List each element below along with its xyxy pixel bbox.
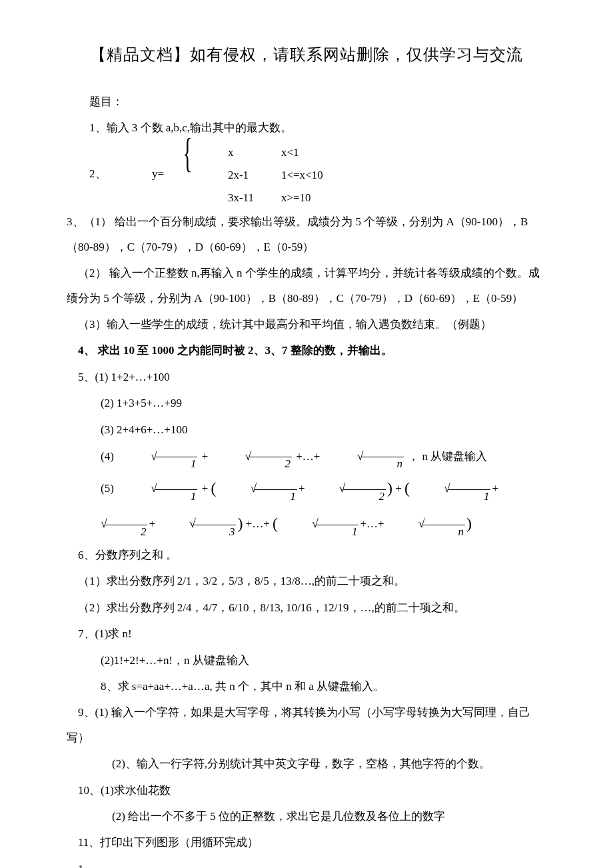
q5-5-prefix: (5) bbox=[101, 482, 117, 495]
q5-4-prefix: (4) bbox=[101, 450, 117, 463]
q5-4-math: √1 + √2 +…+ √n bbox=[117, 450, 408, 463]
q2-label: 2、 bbox=[67, 141, 89, 186]
case-expr: 2x-1 bbox=[205, 164, 259, 187]
q5-5-math: √1 + (√1+√2) + (√1+√2+√3) +…+ (√1+…+√n) bbox=[67, 482, 498, 530]
question-5-2: (2) 1+3+5+…+99 bbox=[67, 391, 546, 415]
case-expr: x bbox=[205, 141, 259, 164]
case-expr: 3x-11 bbox=[205, 187, 259, 209]
question-5-1: 5、(1) 1+2+…+100 bbox=[67, 365, 546, 389]
question-6-2: （2）求出分数序列 2/4，4/7，6/10，8/13, 10/16，12/19… bbox=[67, 595, 546, 620]
question-7-2: (2)1!+2!+…+n!，n 从键盘输入 bbox=[67, 648, 546, 673]
question-5-5: (5) √1 + (√1+√2) + (√1+√2+√3) +…+ (√1+…+… bbox=[67, 471, 546, 541]
doc-header: 【精品文档】如有侵权，请联系网站删除，仅供学习与交流 bbox=[67, 40, 546, 71]
section-title: 题目： bbox=[67, 89, 546, 114]
question-6: 6、分数序列之和 。 bbox=[67, 543, 546, 567]
document-body: 题目： 1、输入 3 个数 a,b,c,输出其中的最大数。 2、 y= { x … bbox=[67, 89, 546, 868]
question-9-1: 9、(1) 输入一个字符，如果是大写字母，将其转换为小写（小写字母转换为大写同理… bbox=[67, 700, 546, 750]
brace-icon: { bbox=[172, 135, 193, 172]
case-cond: 1<=x<10 bbox=[259, 164, 338, 187]
case-cond: x>=10 bbox=[259, 187, 338, 209]
question-4: 4、 求出 10 至 1000 之内能同时被 2、3、7 整除的数，并输出。 bbox=[67, 338, 546, 363]
question-5-3: (3) 2+4+6+…+100 bbox=[67, 417, 546, 442]
question-9-2: (2)、输入一行字符,分别统计其中英文字母，数字，空格，其他字符的个数。 bbox=[67, 751, 546, 776]
question-3-3: （3）输入一些学生的成绩，统计其中最高分和平均值，输入遇负数结束。（例题） bbox=[67, 312, 546, 337]
question-10-2: (2) 给出一个不多于 5 位的正整数，求出它是几位数及各位上的数字 bbox=[67, 804, 546, 829]
question-5-4: (4) √1 + √2 +…+ √n ， n 从键盘输入 bbox=[67, 443, 546, 470]
question-2: 2、 y= { x x<1 2x-1 1<=x<10 3x-11 x>=10 bbox=[67, 141, 546, 209]
question-8: 8、求 s=a+aa+…+a…a, 共 n 个，其中 n 和 a 从键盘输入。 bbox=[67, 674, 546, 699]
q5-4-suffix: ， n 从键盘输入 bbox=[408, 450, 487, 463]
question-3-1: 3、（1） 给出一个百分制成绩，要求输出等级。成绩分为 5 个等级，分别为 A（… bbox=[67, 209, 546, 259]
question-3-2: （2） 输入一个正整数 n,再输入 n 个学生的成绩，计算平均分，并统计各等级成… bbox=[67, 261, 546, 311]
question-6-1: （1）求出分数序列 2/1，3/2，5/3，8/5，13/8…,的前二十项之和。 bbox=[67, 569, 546, 593]
question-1: 1、输入 3 个数 a,b,c,输出其中的最大数。 bbox=[67, 115, 546, 140]
question-10-1: 10、(1)求水仙花数 bbox=[67, 778, 546, 803]
case-cond: x<1 bbox=[259, 141, 338, 164]
question-7-1: 7、(1)求 n! bbox=[67, 621, 546, 646]
q2-cases: x x<1 2x-1 1<=x<10 3x-11 x>=10 bbox=[205, 141, 338, 209]
question-11: 11、打印出下列图形（用循环完成） bbox=[67, 830, 546, 855]
q2-yeq: y= bbox=[89, 141, 164, 186]
pattern-line-1: 1 bbox=[67, 857, 546, 868]
